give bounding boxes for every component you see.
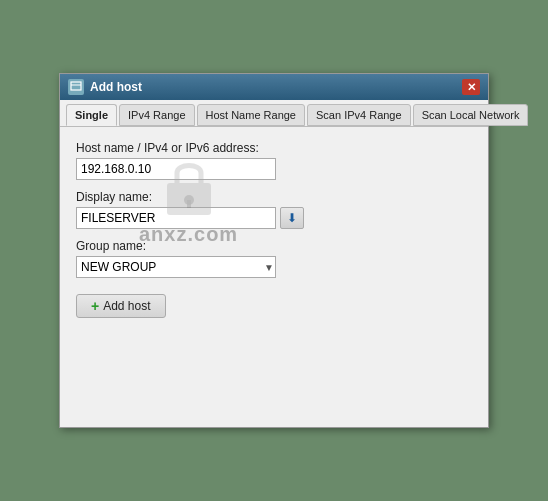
- tab-single[interactable]: Single: [66, 104, 117, 126]
- download-icon: ⬇: [287, 211, 297, 225]
- svg-rect-0: [71, 82, 81, 90]
- tab-host-name-range[interactable]: Host Name Range: [197, 104, 306, 126]
- close-button[interactable]: ✕: [462, 79, 480, 95]
- tab-bar: Single IPv4 Range Host Name Range Scan I…: [60, 100, 488, 127]
- group-label: Group name:: [76, 239, 472, 253]
- lookup-button[interactable]: ⬇: [280, 207, 304, 229]
- group-select[interactable]: NEW GROUP: [76, 256, 276, 278]
- window-title: Add host: [90, 80, 142, 94]
- display-label: Display name:: [76, 190, 472, 204]
- host-input[interactable]: [76, 158, 276, 180]
- group-field-group: Group name: NEW GROUP ▼: [76, 239, 472, 278]
- add-host-window: Add host ✕ Single IPv4 Range Host Name R…: [59, 73, 489, 428]
- tab-scan-ipv4-range[interactable]: Scan IPv4 Range: [307, 104, 411, 126]
- title-bar: Add host ✕: [60, 74, 488, 100]
- host-label: Host name / IPv4 or IPv6 address:: [76, 141, 472, 155]
- display-field-group: Display name: ⬇: [76, 190, 472, 229]
- group-select-wrapper: NEW GROUP ▼: [76, 256, 276, 278]
- window-icon: [68, 79, 84, 95]
- title-bar-left: Add host: [68, 79, 142, 95]
- add-host-label: Add host: [103, 299, 150, 313]
- display-field-row: ⬇: [76, 207, 472, 229]
- tab-scan-local-network[interactable]: Scan Local Network: [413, 104, 529, 126]
- add-host-button[interactable]: + Add host: [76, 294, 166, 318]
- tab-content: Host name / IPv4 or IPv6 address: Displa…: [60, 127, 488, 427]
- host-field-group: Host name / IPv4 or IPv6 address:: [76, 141, 472, 180]
- display-input[interactable]: [76, 207, 276, 229]
- tab-ipv4-range[interactable]: IPv4 Range: [119, 104, 194, 126]
- plus-icon: +: [91, 299, 99, 313]
